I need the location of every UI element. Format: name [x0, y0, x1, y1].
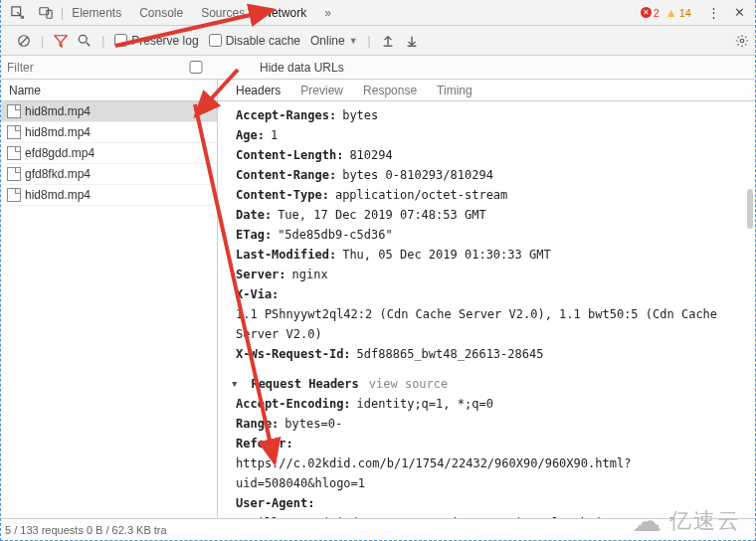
svg-point-9 — [740, 39, 744, 43]
request-name: efd8gdd.mp4 — [25, 146, 94, 160]
preserve-log-checkbox[interactable]: Preserve log — [114, 34, 198, 48]
error-badge[interactable]: ✕2 — [641, 7, 660, 19]
table-row[interactable]: gfd8fkd.mp4 — [1, 164, 217, 185]
tab-headers[interactable]: Headers — [236, 84, 281, 97]
request-name: hid8md.mp4 — [25, 188, 91, 202]
request-name: hid8md.mp4 — [25, 125, 91, 139]
device-toggle-icon[interactable] — [33, 1, 59, 25]
filter-input[interactable] — [7, 61, 126, 75]
table-row[interactable]: hid8md.mp4 — [1, 101, 217, 122]
file-icon — [7, 125, 21, 139]
request-headers-section[interactable]: Request Headers view source — [232, 374, 741, 394]
throttling-select[interactable]: Online▼ — [310, 34, 358, 48]
tab-preview[interactable]: Preview — [300, 84, 343, 97]
upload-har-icon[interactable] — [381, 34, 395, 48]
table-row[interactable]: hid8md.mp4 — [1, 122, 217, 143]
hide-data-urls-checkbox[interactable]: Hide data URLs — [136, 61, 344, 75]
tab-response[interactable]: Response — [363, 84, 417, 97]
file-icon — [7, 167, 21, 181]
table-row[interactable]: efd8gdd.mp4 — [1, 143, 217, 164]
request-name: hid8md.mp4 — [25, 104, 91, 118]
name-column-header[interactable]: Name — [1, 80, 217, 101]
tab-elements[interactable]: Elements — [72, 6, 121, 20]
file-icon — [7, 146, 21, 160]
watermark: ☁ 亿速云 — [632, 503, 741, 538]
kebab-menu-icon[interactable]: ⋮ — [701, 5, 725, 20]
table-row[interactable]: hid8md.mp4 — [1, 185, 217, 206]
file-icon — [7, 104, 21, 118]
inspect-icon[interactable] — [5, 1, 31, 25]
download-har-icon[interactable] — [405, 34, 419, 48]
status-text: 5 / 133 requests 0 B / 62.3 KB tra — [5, 524, 167, 536]
warning-badge[interactable]: ▲14 — [665, 6, 691, 20]
tabs-more[interactable]: » — [324, 6, 331, 20]
request-list: Name hid8md.mp4 hid8md.mp4 efd8gdd.mp4 g… — [1, 80, 218, 518]
filter-icon[interactable] — [54, 34, 68, 48]
settings-icon[interactable] — [735, 34, 749, 48]
tab-console[interactable]: Console — [139, 6, 183, 20]
tab-sources[interactable]: Sources — [201, 6, 245, 20]
detail-tabs: Headers Preview Response Timing — [218, 80, 755, 101]
filter-bar: Hide data URLs — [1, 56, 755, 80]
request-name: gfd8fkd.mp4 — [25, 167, 91, 181]
panel-tabs: Elements Console Sources Network » — [72, 6, 639, 20]
search-icon[interactable] — [78, 34, 92, 48]
svg-line-6 — [87, 42, 91, 46]
request-detail: Headers Preview Response Timing Accept-R… — [218, 80, 755, 518]
svg-line-4 — [21, 37, 28, 44]
console-status[interactable]: ✕2 ▲14 — [641, 6, 691, 20]
cloud-icon: ☁ — [632, 503, 663, 538]
file-icon — [7, 188, 21, 202]
clear-icon[interactable] — [17, 34, 31, 48]
view-source-link[interactable]: view source — [369, 374, 448, 394]
close-devtools-icon[interactable]: ✕ — [727, 5, 751, 20]
scrollbar-thumb[interactable] — [747, 189, 753, 229]
network-toolbar: | | Preserve log Disable cache Online▼ | — [1, 26, 755, 56]
svg-point-5 — [79, 35, 87, 43]
headers-panel: Accept-Ranges:bytes Age:1 Content-Length… — [218, 101, 755, 518]
tab-timing[interactable]: Timing — [437, 84, 472, 97]
devtools-tabbar: | Elements Console Sources Network » ✕2 … — [1, 0, 755, 26]
tab-network[interactable]: Network — [263, 6, 306, 20]
disable-cache-checkbox[interactable]: Disable cache — [209, 34, 300, 48]
